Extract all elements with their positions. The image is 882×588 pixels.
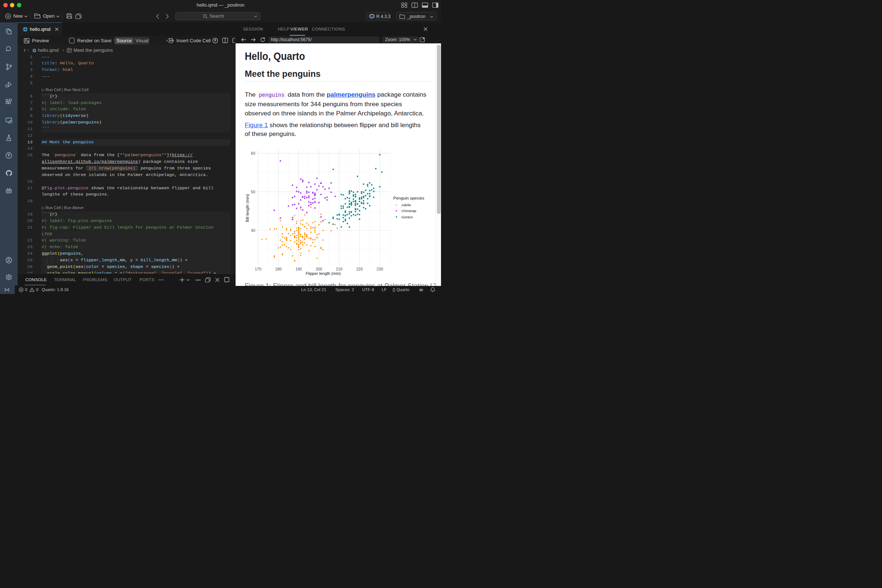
svg-text:200: 200 <box>316 267 322 271</box>
svg-text:Adelie: Adelie <box>401 203 411 207</box>
svg-text:230: 230 <box>376 267 383 271</box>
svg-text:210: 210 <box>336 267 342 271</box>
svg-text:R: R <box>371 15 374 19</box>
svg-text:Gentoo: Gentoo <box>401 215 413 219</box>
svg-text:50: 50 <box>251 190 255 194</box>
svg-text:190: 190 <box>296 267 302 271</box>
svg-text:Penguin species: Penguin species <box>393 196 424 200</box>
svg-text:Bill length (mm): Bill length (mm) <box>245 194 249 222</box>
svg-text:180: 180 <box>275 267 282 271</box>
svg-text:40: 40 <box>251 228 255 232</box>
svg-text:Chinstrap: Chinstrap <box>401 209 416 213</box>
svg-text:60: 60 <box>251 151 255 156</box>
svg-text:220: 220 <box>357 267 363 271</box>
svg-text:Flipper length (mm): Flipper length (mm) <box>306 271 340 276</box>
svg-text:170: 170 <box>255 267 262 271</box>
